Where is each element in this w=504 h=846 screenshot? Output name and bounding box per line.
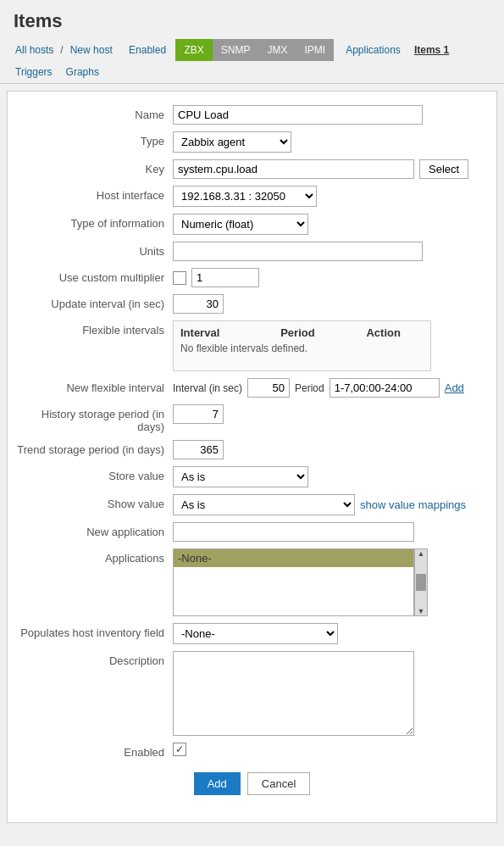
tab-applications[interactable]: Applications	[339, 39, 407, 61]
update-interval-label: Update interval (in sec)	[16, 294, 173, 310]
description-textarea[interactable]	[173, 651, 414, 736]
new-period-input[interactable]	[330, 378, 440, 398]
applications-scrollbar[interactable]: ▲ ▼	[414, 548, 428, 616]
flex-period-header: Period	[280, 326, 366, 339]
custom-multiplier-label: Use custom multiplier	[16, 268, 173, 284]
type-row: Type Zabbix agent	[16, 131, 488, 153]
tab-ipmi[interactable]: IPMI	[296, 39, 334, 61]
host-interface-label: Host interface	[16, 186, 173, 202]
new-flexible-interval-label: New flexible interval	[16, 378, 173, 394]
history-row: History storage period (in days)	[16, 404, 488, 433]
new-interval-input[interactable]	[247, 378, 290, 398]
custom-multiplier-row: Use custom multiplier	[16, 268, 488, 287]
nav-bar: All hosts / New host Enabled ZBX SNMP JM…	[0, 39, 504, 84]
applications-list[interactable]: -None-	[173, 548, 414, 616]
trend-row: Trend storage period (in days)	[16, 440, 488, 459]
flexible-intervals-row: Flexible intervals Interval Period Actio…	[16, 320, 488, 371]
interval-in-sec-label: Interval (in sec)	[173, 382, 242, 394]
nav-new-host[interactable]: New host	[64, 39, 119, 61]
units-input[interactable]	[173, 242, 423, 261]
tab-items[interactable]: Items 1	[407, 39, 456, 61]
type-select[interactable]: Zabbix agent	[173, 131, 291, 153]
custom-multiplier-checkbox[interactable]	[173, 271, 186, 285]
add-flex-button[interactable]: Add	[445, 381, 464, 394]
nav-all-hosts[interactable]: All hosts	[8, 39, 60, 61]
trend-label: Trend storage period (in days)	[16, 440, 173, 456]
enabled-checkbox[interactable]	[173, 743, 186, 756]
type-of-info-row: Type of information Numeric (float)	[16, 214, 488, 235]
history-input[interactable]	[173, 404, 224, 424]
enabled-label: Enabled	[16, 743, 173, 759]
populates-label: Populates host inventory field	[16, 623, 173, 639]
form-container: Name Type Zabbix agent Key Select Host i…	[7, 91, 497, 823]
description-label: Description	[16, 651, 173, 667]
name-input[interactable]	[173, 105, 423, 125]
units-row: Units	[16, 242, 488, 261]
scroll-up-arrow[interactable]: ▲	[418, 549, 425, 558]
key-label: Key	[16, 159, 173, 175]
update-interval-row: Update interval (in sec)	[16, 294, 488, 314]
tab-graphs[interactable]: Graphs	[59, 61, 106, 83]
type-label: Type	[16, 131, 173, 147]
show-value-mapping-link[interactable]: show value mappings	[360, 498, 466, 511]
show-value-select[interactable]: As is	[173, 494, 355, 515]
key-row: Key Select	[16, 159, 488, 179]
tab-triggers[interactable]: Triggers	[8, 61, 59, 83]
description-row: Description	[16, 651, 488, 736]
period-label: Period	[295, 382, 324, 394]
form-buttons: Add Cancel	[16, 772, 488, 809]
page-title: Items	[0, 0, 504, 39]
flex-empty-text: No flexible intervals defined.	[180, 342, 424, 354]
enabled-row: Enabled	[16, 743, 488, 759]
applications-scroll-area: -None- ▲ ▼	[173, 548, 428, 616]
new-application-input[interactable]	[173, 522, 414, 542]
update-interval-input[interactable]	[173, 294, 224, 314]
applications-label: Applications	[16, 548, 173, 565]
show-value-label: Show value	[16, 494, 173, 510]
units-label: Units	[16, 242, 173, 258]
tab-snmp[interactable]: SNMP	[213, 39, 259, 61]
cancel-button[interactable]: Cancel	[247, 772, 310, 795]
name-label: Name	[16, 105, 173, 121]
multiplier-input[interactable]	[191, 268, 259, 287]
store-value-label: Store value	[16, 466, 173, 482]
flex-action-header: Action	[366, 326, 424, 339]
store-value-row: Store value As is	[16, 466, 488, 487]
application-item[interactable]: -None-	[174, 549, 413, 567]
show-value-row: Show value As is show value mappings	[16, 494, 488, 515]
tab-jmx[interactable]: JMX	[258, 39, 296, 61]
new-application-row: New application	[16, 522, 488, 542]
store-value-select[interactable]: As is	[173, 466, 308, 487]
host-interface-select[interactable]: 192.168.3.31 : 32050	[173, 186, 317, 207]
populates-select[interactable]: -None-	[173, 623, 338, 644]
applications-row: Applications -None- ▲ ▼	[16, 548, 488, 616]
populates-row: Populates host inventory field -None-	[16, 623, 488, 644]
scroll-thumb	[416, 574, 426, 591]
scroll-down-arrow[interactable]: ▼	[418, 607, 425, 615]
name-row: Name	[16, 105, 488, 125]
type-of-info-label: Type of information	[16, 214, 173, 230]
flex-interval-header: Interval	[180, 326, 280, 339]
new-flexible-interval-row: New flexible interval Interval (in sec) …	[16, 378, 488, 398]
nav-enabled[interactable]: Enabled	[122, 39, 173, 61]
select-button[interactable]: Select	[419, 159, 468, 179]
history-label: History storage period (in days)	[16, 404, 173, 433]
host-interface-row: Host interface 192.168.3.31 : 32050	[16, 186, 488, 207]
trend-input[interactable]	[173, 440, 224, 459]
new-application-label: New application	[16, 522, 173, 538]
tab-zbx[interactable]: ZBX	[175, 39, 212, 61]
add-button[interactable]: Add	[194, 772, 241, 795]
type-of-info-select[interactable]: Numeric (float)	[173, 214, 308, 235]
key-input[interactable]	[173, 159, 414, 179]
flexible-intervals-label: Flexible intervals	[16, 320, 173, 337]
